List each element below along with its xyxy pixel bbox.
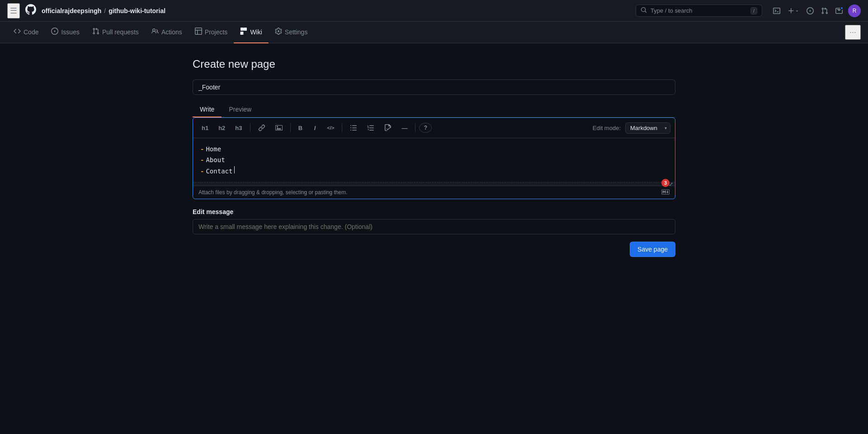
repo-nav-more-button[interactable]: ··· (845, 25, 861, 40)
file-attach-bar: Attach files by dragging & dropping, sel… (193, 186, 675, 199)
nav-issues-label: Issues (61, 28, 79, 36)
wiki-icon (240, 28, 247, 36)
search-text: Type / to search (651, 7, 747, 14)
edit-mode-label: Edit mode: (593, 125, 621, 131)
editor-tabs: Write Preview (193, 102, 675, 117)
page-name-input[interactable] (193, 79, 675, 95)
tab-preview[interactable]: Preview (222, 102, 259, 117)
line-marker-1: - (200, 144, 204, 154)
toolbar-unordered-list[interactable] (346, 121, 361, 134)
edit-mode-select[interactable]: Markdown Rich Text (625, 122, 670, 134)
search-shortcut: / (750, 7, 757, 14)
github-logo[interactable] (25, 4, 36, 18)
issues-icon (51, 28, 58, 36)
code-icon (14, 28, 21, 36)
line-marker-2: - (200, 155, 204, 165)
toolbar-ordered-list[interactable] (363, 121, 378, 134)
breadcrumb-user[interactable]: officialrajdeepsingh (42, 7, 101, 14)
toolbar-help[interactable]: ? (419, 123, 432, 133)
toolbar-divider-4 (415, 123, 415, 132)
projects-icon (195, 28, 202, 36)
edit-message-section: Edit message (193, 208, 675, 234)
toolbar-h3[interactable]: h3 (231, 121, 246, 134)
nav-code-label: Code (24, 28, 38, 36)
editor-toolbar: h1 h2 h3 B I </> — (193, 118, 675, 138)
avatar[interactable]: R (848, 5, 861, 17)
pr-icon (92, 28, 99, 36)
breadcrumb-repo[interactable]: github-wiki-tutorial (108, 7, 165, 14)
svg-text:R: R (853, 8, 857, 14)
inbox-button[interactable] (834, 5, 844, 16)
actions-icon (151, 28, 159, 36)
tab-write[interactable]: Write (193, 102, 222, 117)
editor-line-3: - Contact (193, 166, 675, 177)
nav-settings[interactable]: Settings (269, 22, 314, 43)
nav-wiki[interactable]: Wiki (234, 22, 268, 43)
nav-settings-label: Settings (285, 28, 308, 36)
repo-nav: Code Issues Pull requests Actions Projec… (0, 22, 868, 43)
nav-actions-label: Actions (161, 28, 182, 36)
toolbar-image[interactable] (271, 121, 287, 134)
toolbar-h2[interactable]: h2 (214, 121, 229, 134)
settings-icon (275, 28, 282, 36)
nav-code[interactable]: Code (7, 22, 45, 43)
terminal-button[interactable] (771, 5, 782, 16)
toolbar-divider-3 (342, 123, 342, 132)
toolbar-tasklist[interactable] (380, 121, 396, 134)
global-search[interactable]: Type / to search / (636, 5, 762, 17)
file-attach-text: Attach files by dragging & dropping, sel… (198, 189, 348, 196)
notification-badge (840, 6, 844, 10)
save-section: Save page (193, 242, 675, 257)
edit-message-label: Edit message (193, 208, 675, 215)
line-marker-3: - (200, 166, 204, 176)
breadcrumb-separator: / (104, 7, 106, 14)
editor-resize-bar[interactable]: 3 ⤢ (193, 182, 675, 186)
toolbar-divider-2 (290, 123, 291, 132)
nav-actions: R (771, 5, 861, 17)
nav-projects-label: Projects (205, 28, 228, 36)
save-page-button[interactable]: Save page (630, 242, 675, 257)
edit-mode-wrapper: Markdown Rich Text ▾ (625, 122, 670, 134)
editor-line-2: - About (193, 154, 675, 165)
nav-projects[interactable]: Projects (189, 22, 234, 43)
editor-lines-area: - Home - About - Contact (193, 138, 675, 182)
toolbar-divider-1 (250, 123, 250, 132)
create-new-button[interactable] (786, 5, 801, 16)
markdown-icon[interactable] (661, 189, 670, 196)
issues-button[interactable] (805, 5, 816, 16)
search-icon (641, 7, 647, 14)
main-content: Create new page Write Preview h1 h2 h3 B… (185, 43, 683, 271)
toolbar-code[interactable]: </> (323, 121, 339, 134)
nav-issues[interactable]: Issues (45, 22, 85, 43)
editor-line-1: - Home (193, 144, 675, 154)
editor-container: h1 h2 h3 B I </> — (193, 117, 675, 199)
line-text-2: About (206, 155, 225, 165)
toolbar-italic[interactable]: I (309, 121, 321, 134)
hamburger-button[interactable]: ☰ (7, 3, 20, 19)
edit-message-input[interactable] (193, 219, 675, 234)
nav-actions[interactable]: Actions (145, 22, 189, 43)
top-nav: ☰ officialrajdeepsingh / github-wiki-tut… (0, 0, 868, 22)
nav-pull-requests[interactable]: Pull requests (86, 22, 145, 43)
toolbar-bold[interactable]: B (294, 121, 307, 134)
toolbar-divider-btn[interactable]: — (397, 121, 411, 134)
nav-wiki-label: Wiki (250, 28, 262, 36)
pull-requests-nav-button[interactable] (819, 5, 830, 16)
line-text-3: Contact (206, 166, 232, 176)
breadcrumb: officialrajdeepsingh / github-wiki-tutor… (42, 7, 165, 14)
line-text-1: Home (206, 144, 221, 154)
toolbar-h1[interactable]: h1 (198, 121, 212, 134)
page-title: Create new page (193, 58, 675, 70)
nav-pr-label: Pull requests (102, 28, 139, 36)
toolbar-link[interactable] (254, 121, 269, 134)
